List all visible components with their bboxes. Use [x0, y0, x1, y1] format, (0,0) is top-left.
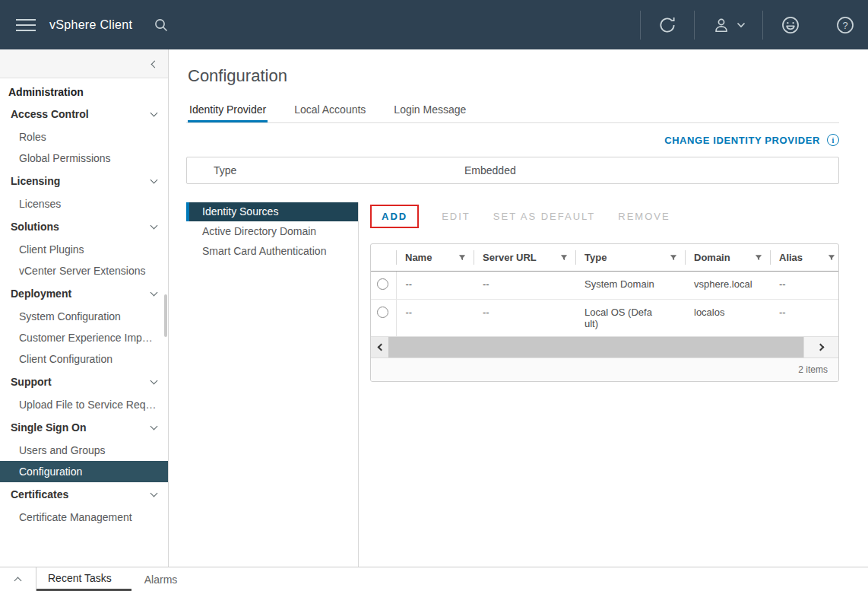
help-icon[interactable]: ? — [818, 0, 868, 49]
sidebar-item-licenses[interactable]: Licenses — [0, 193, 168, 214]
column-header-server-url: Server URL — [474, 244, 575, 272]
table-row[interactable]: -- -- Local OS (Default) localos -- — [371, 300, 838, 337]
edit-button[interactable]: EDIT — [442, 211, 470, 222]
chevron-right-icon — [816, 344, 824, 351]
chevron-down-icon — [150, 176, 158, 184]
topbar-actions: ? — [640, 0, 868, 49]
tab-alarms[interactable]: Alarms — [131, 567, 191, 591]
subnav: Identity Sources Active Directory Domain… — [186, 202, 359, 567]
horizontal-scrollbar — [371, 336, 838, 357]
scrollbar-thumb[interactable] — [388, 337, 803, 357]
add-button[interactable]: ADD — [370, 205, 419, 228]
sidebar-item-client-configuration[interactable]: Client Configuration — [0, 348, 168, 370]
sidebar-item-vcenter-server-extensions[interactable]: vCenter Server Extensions — [0, 260, 168, 281]
change-identity-provider-link[interactable]: CHANGE IDENTITY PROVIDER — [664, 135, 820, 146]
sidebar-item-certificates[interactable]: Certificates — [0, 482, 168, 507]
tab-local-accounts[interactable]: Local Accounts — [293, 99, 367, 122]
chevron-down-icon — [150, 490, 158, 497]
identity-sources-table: Name Server URL Type Domain Alias -- -- — [370, 243, 839, 382]
filter-icon[interactable] — [560, 254, 568, 262]
main-content: Configuration Identity Provider Local Ac… — [169, 49, 868, 567]
cell-domain: localos — [685, 300, 770, 337]
bottom-panel-bar: Recent Tasks Alarms — [0, 567, 868, 591]
tab-recent-tasks[interactable]: Recent Tasks — [36, 567, 131, 591]
sidebar-header-strip — [0, 49, 168, 78]
collapse-sidebar-button[interactable] — [148, 58, 160, 70]
sidebar-item-customer-experience[interactable]: Customer Experience Imp… — [0, 327, 168, 348]
cell-name: -- — [396, 300, 474, 337]
subnav-item-smart-card-authentication[interactable]: Smart Card Authentication — [186, 242, 358, 261]
table-footer: 2 items — [371, 357, 838, 381]
chevron-down-icon — [150, 222, 158, 230]
row-radio-button[interactable] — [377, 307, 388, 318]
filter-icon[interactable] — [828, 254, 835, 262]
sidebar-item-access-control[interactable]: Access Control — [0, 102, 168, 126]
chevron-down-icon — [737, 22, 746, 28]
sidebar-item-users-and-groups[interactable]: Users and Groups — [0, 440, 168, 461]
toolbar: ADD EDIT SET AS DEFAULT REMOVE — [370, 205, 839, 228]
subnav-item-identity-sources[interactable]: Identity Sources — [186, 202, 358, 221]
chevron-up-icon — [14, 577, 22, 585]
menu-icon[interactable] — [16, 19, 36, 31]
identity-provider-panel: Identity Sources Active Directory Domain… — [186, 202, 839, 567]
table-row[interactable]: -- -- System Domain vsphere.local -- — [371, 272, 838, 300]
chevron-down-icon — [150, 423, 158, 431]
cell-alias: -- — [770, 300, 838, 337]
cell-server-url: -- — [474, 300, 575, 337]
sidebar-item-upload-file[interactable]: Upload File to Service Req… — [0, 394, 168, 415]
filter-icon[interactable] — [670, 254, 677, 262]
page-title: Configuration — [186, 66, 839, 86]
refresh-icon[interactable] — [641, 0, 694, 49]
sidebar-item-single-sign-on[interactable]: Single Sign On — [0, 415, 168, 440]
type-label: Type — [187, 164, 464, 176]
user-menu[interactable] — [695, 0, 762, 49]
feedback-smiley-icon[interactable] — [763, 0, 818, 49]
scroll-left-button[interactable] — [371, 337, 388, 357]
sidebar-item-deployment[interactable]: Deployment — [0, 281, 168, 306]
cell-type: Local OS (Default) — [575, 300, 685, 337]
svg-text:?: ? — [842, 19, 847, 30]
chevron-down-icon — [150, 377, 158, 385]
tab-identity-provider[interactable]: Identity Provider — [188, 99, 268, 122]
cell-name: -- — [396, 272, 474, 300]
sidebar-item-configuration[interactable]: Configuration — [0, 461, 168, 482]
expand-panel-button[interactable] — [0, 567, 36, 591]
sidebar-item-certificate-management[interactable]: Certificate Management — [0, 507, 168, 528]
sidebar-item-support[interactable]: Support — [0, 370, 168, 394]
set-as-default-button[interactable]: SET AS DEFAULT — [493, 211, 595, 222]
change-provider-row: CHANGE IDENTITY PROVIDER i — [186, 123, 839, 157]
chevron-down-icon — [150, 289, 158, 297]
search-icon[interactable] — [153, 17, 169, 33]
sidebar-item-client-plugins[interactable]: Client Plugins — [0, 239, 168, 260]
chevron-left-icon — [377, 344, 385, 351]
filter-icon[interactable] — [755, 254, 762, 262]
sidebar-item-global-permissions[interactable]: Global Permissions — [0, 148, 168, 169]
identity-sources-panel: ADD EDIT SET AS DEFAULT REMOVE Name Serv… — [359, 202, 839, 567]
items-count: 2 items — [798, 364, 828, 375]
info-icon[interactable]: i — [827, 134, 839, 146]
row-radio-button[interactable] — [377, 278, 388, 290]
sidebar-heading: Administration — [0, 78, 168, 102]
radio-column-header — [371, 244, 396, 272]
sidebar-item-system-configuration[interactable]: System Configuration — [0, 306, 168, 327]
tab-login-message[interactable]: Login Message — [392, 99, 467, 122]
top-bar: vSphere Client ? — [0, 0, 868, 49]
table-header-row: Name Server URL Type Domain Alias — [371, 244, 838, 272]
sidebar-scrollbar[interactable] — [164, 294, 167, 337]
chevron-left-icon — [150, 60, 158, 68]
scroll-right-button[interactable] — [803, 337, 838, 357]
cell-domain: vsphere.local — [685, 272, 770, 300]
sidebar-item-solutions[interactable]: Solutions — [0, 214, 168, 239]
column-header-alias: Alias — [770, 244, 838, 272]
type-row: Type Embedded — [186, 157, 839, 184]
tab-bar: Identity Provider Local Accounts Login M… — [186, 99, 839, 123]
user-icon — [711, 15, 731, 35]
sidebar-item-roles[interactable]: Roles — [0, 126, 168, 148]
cell-type: System Domain — [575, 272, 685, 300]
sidebar-item-licensing[interactable]: Licensing — [0, 169, 168, 193]
remove-button[interactable]: REMOVE — [618, 211, 670, 222]
sidebar: Administration Access Control Roles Glob… — [0, 49, 169, 567]
cell-server-url: -- — [474, 272, 575, 300]
subnav-item-active-directory-domain[interactable]: Active Directory Domain — [186, 222, 358, 241]
filter-icon[interactable] — [458, 254, 466, 262]
